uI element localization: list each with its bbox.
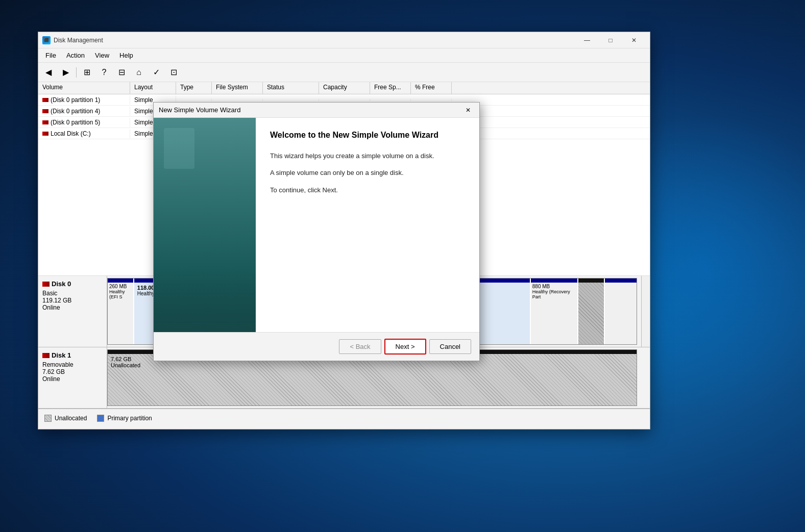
legend-unallocated-label: Unallocated bbox=[55, 415, 87, 422]
wizard-titlebar: New Simple Volume Wizard ✕ bbox=[154, 103, 479, 118]
wizard-footer: < Back Next > Cancel bbox=[154, 332, 479, 361]
disk0-part-recovery-label: Healthy (Recovery Part bbox=[532, 289, 576, 299]
col-freesp-header: Free Sp... bbox=[370, 82, 411, 94]
cell-status-0 bbox=[263, 99, 319, 101]
disk1-name: Disk 1 bbox=[42, 351, 103, 359]
col-type-header: Type bbox=[176, 82, 212, 94]
disk1-size: 7.62 GB bbox=[42, 368, 103, 375]
disk0-part-unalloc bbox=[578, 278, 605, 344]
wizard-desc2: A simple volume can only be on a single … bbox=[270, 168, 465, 178]
wizard-desc1: This wizard helps you create a simple vo… bbox=[270, 151, 465, 161]
app-icon bbox=[42, 36, 51, 44]
window-title: Disk Management bbox=[54, 37, 575, 44]
disk0-part-extra bbox=[605, 278, 637, 344]
disk0-size: 119.12 GB bbox=[42, 297, 103, 304]
cell-type-0 bbox=[176, 99, 212, 101]
title-bar-controls: — □ ✕ bbox=[575, 32, 646, 48]
disk0-info: Disk 0 Basic 119.12 GB Online bbox=[38, 276, 107, 347]
toolbar-properties[interactable]: ⊟ bbox=[113, 65, 130, 80]
title-bar: Disk Management — □ ✕ bbox=[38, 32, 650, 48]
wizard-close-button[interactable]: ✕ bbox=[462, 104, 474, 116]
disk1-unalloc-label: Unallocated bbox=[111, 362, 633, 368]
cell-freesp-0 bbox=[370, 99, 411, 101]
col-pctfree-header: % Free bbox=[411, 82, 452, 94]
menu-help[interactable]: Help bbox=[114, 49, 138, 61]
col-layout-header: Layout bbox=[130, 82, 176, 94]
disk0-status: Online bbox=[42, 304, 103, 311]
menu-action[interactable]: Action bbox=[61, 49, 90, 61]
disk-icon-3 bbox=[42, 132, 48, 136]
toolbar-diskmgmt[interactable]: ⊞ bbox=[79, 65, 95, 80]
disk0-part-recovery: 880 MB Healthy (Recovery Part bbox=[531, 278, 578, 344]
minimize-button[interactable]: — bbox=[575, 32, 599, 48]
col-volume-header: Volume bbox=[38, 82, 130, 94]
disk1-info: Disk 1 Removable 7.62 GB Online bbox=[38, 347, 107, 408]
wizard-sidebar-highlight bbox=[164, 128, 194, 169]
wizard-title-text: New Simple Volume Wizard bbox=[159, 106, 462, 114]
disk0-icon bbox=[42, 282, 50, 287]
cell-pctfree-0 bbox=[411, 99, 452, 101]
col-status-header: Status bbox=[263, 82, 319, 94]
wizard-content: Welcome to the New Simple Volume Wizard … bbox=[256, 118, 479, 332]
menu-view[interactable]: View bbox=[90, 49, 114, 61]
wizard-back-button[interactable]: < Back bbox=[339, 339, 381, 354]
col-fs-header: File System bbox=[212, 82, 263, 94]
disk0-name: Disk 0 bbox=[42, 280, 103, 288]
disk0-part-recovery-size: 880 MB bbox=[532, 284, 576, 289]
close-button[interactable]: ✕ bbox=[622, 32, 646, 48]
legend-primary-box bbox=[97, 415, 104, 422]
col-capacity-header: Capacity bbox=[319, 82, 370, 94]
table-header: Volume Layout Type File System Status Ca… bbox=[38, 82, 650, 94]
disk1-status: Online bbox=[42, 375, 103, 383]
cell-volume-1: (Disk 0 partition 4) bbox=[38, 107, 130, 116]
toolbar-check[interactable]: ✓ bbox=[148, 65, 164, 80]
toolbar-home[interactable]: ⌂ bbox=[131, 65, 147, 80]
wizard-heading: Welcome to the New Simple Volume Wizard bbox=[270, 130, 465, 141]
wizard-dialog: New Simple Volume Wizard ✕ Welcome to th… bbox=[153, 102, 480, 361]
cell-volume-3: Local Disk (C:) bbox=[38, 129, 130, 138]
disk-icon-1 bbox=[42, 109, 48, 113]
wizard-sidebar bbox=[154, 118, 256, 332]
disk1-icon bbox=[42, 353, 50, 358]
disk0-part-efi: 260 MB Healthy (EFI S bbox=[108, 278, 134, 344]
wizard-cancel-button[interactable]: Cancel bbox=[429, 339, 471, 354]
disk0-part-efi-size: 260 MB bbox=[109, 284, 132, 289]
toolbar: ◀ ▶ ⊞ ? ⊟ ⌂ ✓ ⊡ bbox=[38, 63, 650, 82]
toolbar-forward[interactable]: ▶ bbox=[58, 65, 74, 80]
legend: Unallocated Primary partition bbox=[38, 409, 650, 427]
cell-fs-0 bbox=[212, 99, 263, 101]
menu-file[interactable]: File bbox=[40, 49, 61, 61]
legend-unallocated-box bbox=[44, 415, 52, 422]
menu-bar: File Action View Help bbox=[38, 48, 650, 63]
wizard-body: Welcome to the New Simple Volume Wizard … bbox=[154, 118, 479, 332]
maximize-button[interactable]: □ bbox=[599, 32, 622, 48]
disk-icon-2 bbox=[42, 120, 48, 124]
wizard-next-button[interactable]: Next > bbox=[384, 339, 426, 354]
toolbar-back[interactable]: ◀ bbox=[40, 65, 57, 80]
wizard-desc3: To continue, click Next. bbox=[270, 185, 465, 195]
toolbar-help[interactable]: ? bbox=[96, 65, 112, 80]
toolbar-extend[interactable]: ⊡ bbox=[165, 65, 182, 80]
cell-volume-0: (Disk 0 partition 1) bbox=[38, 95, 130, 105]
toolbar-sep-1 bbox=[76, 67, 77, 78]
disk0-part-efi-label: Healthy (EFI S bbox=[109, 289, 132, 299]
legend-primary-label: Primary partition bbox=[107, 415, 152, 422]
disk-icon-0 bbox=[42, 98, 48, 102]
disk0-type: Basic bbox=[42, 290, 103, 297]
legend-primary: Primary partition bbox=[97, 415, 152, 422]
cell-volume-2: (Disk 0 partition 5) bbox=[38, 118, 130, 127]
legend-unallocated: Unallocated bbox=[44, 415, 87, 422]
disk1-type: Removable bbox=[42, 361, 103, 368]
cell-capacity-0 bbox=[319, 99, 370, 101]
disk-scrollbar[interactable] bbox=[641, 276, 650, 347]
